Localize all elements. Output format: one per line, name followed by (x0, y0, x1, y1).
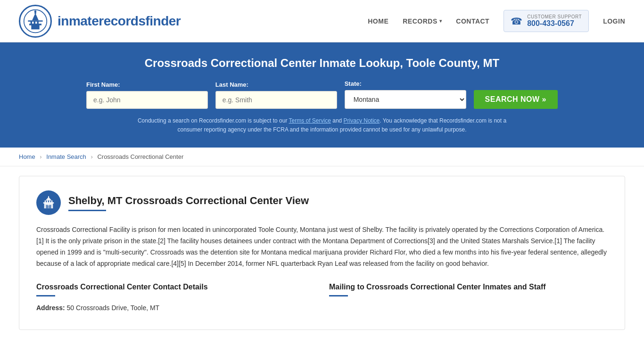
logo-icon (19, 5, 52, 38)
hero-title: Crossroads Correctional Center Inmate Lo… (19, 57, 625, 70)
breadcrumb-inmate-search[interactable]: Inmate Search (46, 153, 86, 160)
svg-rect-5 (37, 21, 38, 25)
svg-rect-3 (31, 21, 32, 25)
hero-section: Crossroads Correctional Center Inmate Lo… (0, 42, 644, 148)
main-content: Shelby, MT Crossroads Correctional Cente… (0, 166, 644, 348)
svg-rect-13 (47, 201, 48, 204)
search-button[interactable]: SEARCH NOW » (474, 90, 558, 109)
mailing-section-underline (329, 295, 348, 296)
address-label: Address: (36, 304, 65, 312)
nav-records[interactable]: RECORDS ▾ (403, 17, 442, 25)
svg-rect-4 (34, 21, 35, 25)
nav-contact[interactable]: CONTACT (456, 17, 489, 25)
breadcrumb-sep-1: › (40, 153, 41, 160)
svg-marker-7 (32, 13, 39, 20)
title-underline (68, 210, 106, 211)
mailing-section-title: Mailing to Crossroads Correctional Cente… (329, 283, 608, 291)
first-name-input[interactable] (86, 91, 208, 109)
tos-link[interactable]: Terms of Service (289, 117, 331, 124)
breadcrumb-sep-2: › (91, 153, 92, 160)
site-header: inmaterecordsfinder HOME RECORDS ▾ CONTA… (0, 0, 644, 42)
facility-title: Shelby, MT Crossroads Correctional Cente… (68, 195, 309, 207)
last-name-group: Last Name: (215, 81, 337, 109)
svg-rect-14 (49, 201, 50, 204)
contact-details-section: Crossroads Correctional Center Contact D… (36, 283, 315, 315)
search-form: First Name: Last Name: State: AlabamaAla… (86, 80, 558, 109)
svg-rect-20 (47, 206, 50, 209)
svg-rect-6 (28, 20, 42, 22)
facility-description: Crossroads Correctional Facility is pris… (36, 224, 608, 269)
privacy-link[interactable]: Privacy Notice (344, 117, 380, 124)
svg-rect-15 (51, 201, 53, 204)
svg-point-9 (34, 10, 36, 12)
support-text: CUSTOMER SUPPORT 800-433-0567 (527, 14, 582, 28)
breadcrumb-current: Crossroads Correctional Center (97, 153, 183, 160)
first-name-group: First Name: (86, 81, 208, 109)
last-name-label: Last Name: (215, 81, 337, 88)
nav-home[interactable]: HOME (368, 17, 388, 25)
state-label: State: (345, 80, 466, 87)
state-group: State: AlabamaAlaskaArizonaArkansasCalif… (345, 80, 466, 109)
card-title-area: Shelby, MT Crossroads Correctional Cente… (68, 195, 309, 211)
address-row: Address: 50 Crossroads Drive, Toole, MT (36, 304, 315, 312)
svg-rect-12 (45, 201, 46, 204)
details-grid: Crossroads Correctional Center Contact D… (36, 283, 608, 315)
first-name-label: First Name: (86, 81, 208, 88)
login-button[interactable]: LOGIN (603, 17, 625, 25)
content-card: Shelby, MT Crossroads Correctional Cente… (19, 176, 625, 329)
logo-area: inmaterecordsfinder (19, 5, 181, 38)
address-value: 50 Crossroads Drive, Toole, MT (67, 304, 160, 312)
records-chevron-icon: ▾ (439, 18, 442, 24)
support-phone: 800-433-0567 (527, 19, 582, 28)
disclaimer-text: Conducting a search on Recordsfinder.com… (129, 116, 515, 134)
mailing-section: Mailing to Crossroads Correctional Cente… (329, 283, 608, 315)
card-header: Shelby, MT Crossroads Correctional Cente… (36, 190, 608, 215)
support-label: CUSTOMER SUPPORT (527, 14, 582, 19)
main-nav: HOME RECORDS ▾ CONTACT ☎ CUSTOMER SUPPOR… (368, 10, 625, 32)
facility-icon (36, 190, 61, 215)
breadcrumb: Home › Inmate Search › Crossroads Correc… (0, 148, 644, 166)
svg-rect-17 (48, 196, 49, 198)
customer-support-box: ☎ CUSTOMER SUPPORT 800-433-0567 (504, 10, 589, 32)
state-select[interactable]: AlabamaAlaskaArizonaArkansasCaliforniaCo… (345, 90, 466, 109)
contact-section-title: Crossroads Correctional Center Contact D… (36, 283, 315, 291)
contact-section-underline (36, 295, 55, 296)
last-name-input[interactable] (215, 91, 337, 109)
logo-text: inmaterecordsfinder (58, 14, 181, 29)
phone-icon: ☎ (511, 16, 522, 27)
breadcrumb-home[interactable]: Home (19, 153, 35, 160)
